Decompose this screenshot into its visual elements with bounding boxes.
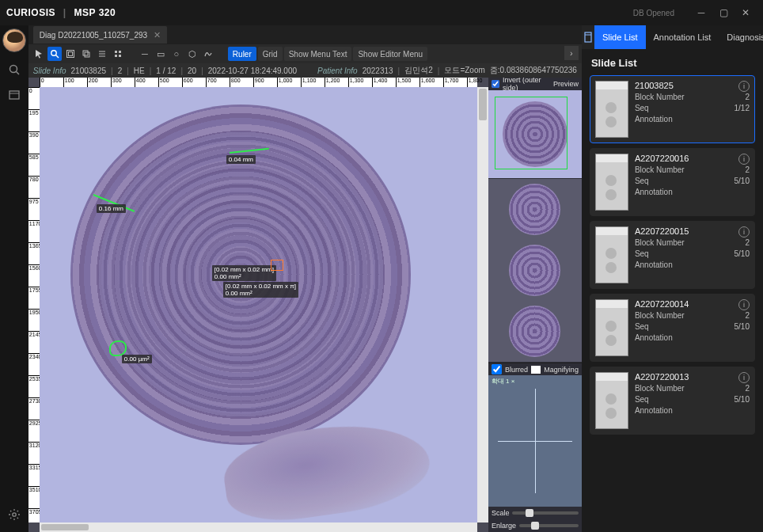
- invert-checkbox[interactable]: [492, 80, 499, 88]
- show-editor-menu-toggle[interactable]: Show Editor Menu: [353, 47, 427, 61]
- slide-card-name: A2207220014: [635, 299, 750, 309]
- annotation-marker[interactable]: [109, 340, 127, 356]
- measure-label-4: [0.02 mm x 0.02 mm x π]0.00 mm²: [223, 282, 298, 298]
- slide-block: 2: [118, 66, 123, 75]
- section-thumbnails[interactable]: [488, 179, 582, 363]
- user-avatar[interactable]: [2, 28, 26, 52]
- shape-circle-icon[interactable]: ○: [169, 47, 184, 61]
- seq-value: 5/10: [735, 395, 750, 404]
- fit-tool-icon[interactable]: [63, 47, 78, 61]
- enlarge-slider-row: Enlarge: [488, 519, 582, 532]
- slide-card[interactable]: A2207220013Block Number2Seq5/10Annotatio…: [590, 367, 755, 435]
- svg-line-12: [17, 511, 18, 511]
- tab-slide-list[interactable]: Slide List: [594, 25, 646, 49]
- svg-rect-16: [68, 52, 72, 56]
- slide-thumbnail: [595, 226, 628, 283]
- settings-gear-icon[interactable]: [6, 507, 22, 522]
- grid-toggle[interactable]: Grid: [258, 47, 283, 61]
- document-tab[interactable]: Diag D20221005_110257_293 ✕: [33, 26, 167, 44]
- slide-thumbnail: [595, 81, 628, 138]
- svg-rect-26: [585, 32, 591, 42]
- window-minimize-button[interactable]: ─: [690, 2, 712, 24]
- info-icon[interactable]: i: [738, 81, 750, 92]
- navigator-label: 확대 1 ×: [492, 377, 515, 386]
- svg-point-13: [51, 51, 56, 55]
- magnify-label: Magnifying: [544, 366, 579, 374]
- measure-label-1: 0.04 mm: [226, 155, 256, 164]
- svg-line-10: [17, 518, 18, 519]
- info-icon[interactable]: i: [738, 372, 750, 383]
- enlarge-slider[interactable]: [519, 524, 579, 527]
- panel-icon[interactable]: [6, 87, 22, 103]
- svg-rect-25: [119, 55, 121, 57]
- ruler-horizontal: 01002003004005006007008009001,0001,1001,…: [40, 78, 477, 87]
- info-icon[interactable]: i: [738, 154, 750, 165]
- window-close-button[interactable]: ✕: [735, 2, 757, 24]
- scale-slider-row: Scale: [488, 507, 582, 519]
- ruler-vertical: 0195390585780975117013651560175519502145…: [28, 87, 40, 522]
- svg-rect-17: [83, 51, 88, 55]
- tab-annotation-list[interactable]: Annotation List: [646, 25, 719, 49]
- section-thumb-3[interactable]: [509, 306, 560, 357]
- slide-thumbnail: [595, 372, 628, 429]
- brand-secondary: MSP 320: [74, 7, 116, 18]
- slide-icon[interactable]: [582, 25, 594, 49]
- block-label: Block Number: [635, 384, 685, 393]
- invert-toggle-row: Invert (outer side) Preview: [488, 78, 582, 90]
- navigator-pad[interactable]: 확대 1 ×: [488, 375, 582, 507]
- toolbar-overflow-icon[interactable]: ›: [564, 46, 579, 60]
- scale-label: Scale: [492, 509, 510, 517]
- shape-freehand-icon[interactable]: [201, 47, 215, 61]
- titlebar: CURIOSIS | MSP 320 DB Opened ─ ▢ ✕: [0, 0, 763, 25]
- svg-rect-24: [115, 55, 117, 57]
- slide-card[interactable]: A2207220015Block Number2Seq5/10Annotatio…: [590, 221, 755, 289]
- grid-tool-icon[interactable]: [111, 47, 125, 61]
- annotation-rect[interactable]: [271, 260, 283, 271]
- slide-card[interactable]: A2207220014Block Number2Seq5/10Annotatio…: [590, 294, 755, 362]
- measure-label-5: 0.00 µm²: [122, 355, 152, 363]
- slide-card[interactable]: 21003825Block Number2Seq1/12Annotationi: [590, 75, 755, 143]
- section-thumb-1[interactable]: [509, 184, 560, 235]
- window-maximize-button[interactable]: ▢: [712, 2, 735, 24]
- shape-rect-icon[interactable]: ▭: [154, 47, 168, 61]
- info-icon[interactable]: i: [738, 299, 750, 310]
- search-icon[interactable]: [6, 62, 22, 78]
- pointer-tool-icon[interactable]: [32, 47, 46, 61]
- enlarge-label: Enlarge: [492, 522, 516, 530]
- viewer-scrollbar-vertical[interactable]: [477, 87, 488, 522]
- slide-thumbnail: [595, 299, 628, 356]
- show-menu-text-toggle[interactable]: Show Menu Text: [284, 47, 352, 61]
- anno-label: Annotation: [635, 260, 673, 269]
- mode-label: 모드=Zoom: [444, 65, 484, 76]
- copy-tool-icon[interactable]: [79, 47, 93, 61]
- close-tab-icon[interactable]: ✕: [154, 30, 161, 40]
- patient-id: 2022313: [363, 66, 393, 75]
- overview-thumbnail[interactable]: [488, 90, 582, 179]
- svg-line-9: [10, 511, 11, 511]
- anno-label: Annotation: [635, 115, 673, 124]
- viewer-scrollbar-horizontal[interactable]: [40, 522, 477, 532]
- measure-label-3: [0.02 mm x 0.02 mm]0.00 mm²: [212, 265, 276, 281]
- seq-label: Seq: [635, 249, 649, 258]
- shape-polygon-icon[interactable]: ⬡: [185, 47, 199, 61]
- slide-card[interactable]: A2207220016Block Number2Seq5/10Annotatio…: [590, 148, 755, 216]
- info-icon[interactable]: i: [738, 226, 750, 238]
- slide-canvas[interactable]: 0.04 mm 0.16 mm [0.02 mm x 0.02 mm]0.00 …: [40, 87, 477, 522]
- block-label: Block Number: [635, 311, 685, 320]
- zoom-tool-icon[interactable]: [47, 47, 62, 61]
- section-thumb-2[interactable]: [509, 245, 560, 296]
- patient-name: 김민석2: [404, 65, 433, 76]
- slide-viewer[interactable]: 01002003004005006007008009001,0001,1001,…: [28, 78, 488, 532]
- overview-viewport[interactable]: [495, 97, 568, 169]
- blurred-checkbox[interactable]: [492, 364, 502, 374]
- preview-label: Preview: [553, 80, 579, 88]
- scale-slider[interactable]: [512, 511, 578, 515]
- slide-info-label: Slide Info: [33, 66, 66, 75]
- tab-diagnosis[interactable]: Diagnosis: [719, 25, 763, 49]
- block-label: Block Number: [635, 238, 685, 247]
- block-value: 2: [745, 238, 750, 247]
- ruler-toggle[interactable]: Ruler: [228, 47, 256, 61]
- shape-line-icon[interactable]: ─: [138, 47, 152, 61]
- list-tool-icon[interactable]: [95, 47, 109, 61]
- svg-rect-2: [9, 91, 19, 99]
